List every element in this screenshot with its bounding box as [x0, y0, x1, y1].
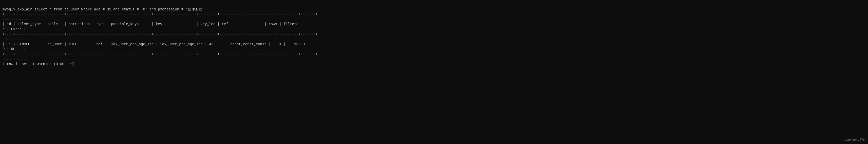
header-row: | id | select_type | table | partitions …: [3, 22, 299, 31]
separator-top: +----+-------------+---------+----------…: [3, 12, 317, 16]
prompt: mysql>: [3, 7, 15, 11]
separator-header: +----+-------------+---------+----------…: [3, 32, 317, 37]
separator-bottom: +----+-------------+---------+----------…: [3, 52, 317, 56]
watermark: CSDN @小J同学: [845, 138, 865, 142]
result-summary: 1 row in set, 1 warning (0.00 sec): [3, 62, 75, 66]
terminal-output: mysql> explain select * from tb_user whe…: [3, 2, 865, 67]
separator-bottom-extra: --+--------+: [3, 57, 28, 61]
separator-top-extra: --+--------+: [3, 17, 28, 21]
separator-header-extra: --+--------+: [3, 37, 28, 41]
data-row: | 1 | SIMPLE | tb_user | NULL | ref | id…: [3, 42, 305, 51]
command-text: explain select * from tb_user where age …: [15, 7, 206, 11]
command-line: mysql> explain select * from tb_user whe…: [3, 7, 206, 11]
